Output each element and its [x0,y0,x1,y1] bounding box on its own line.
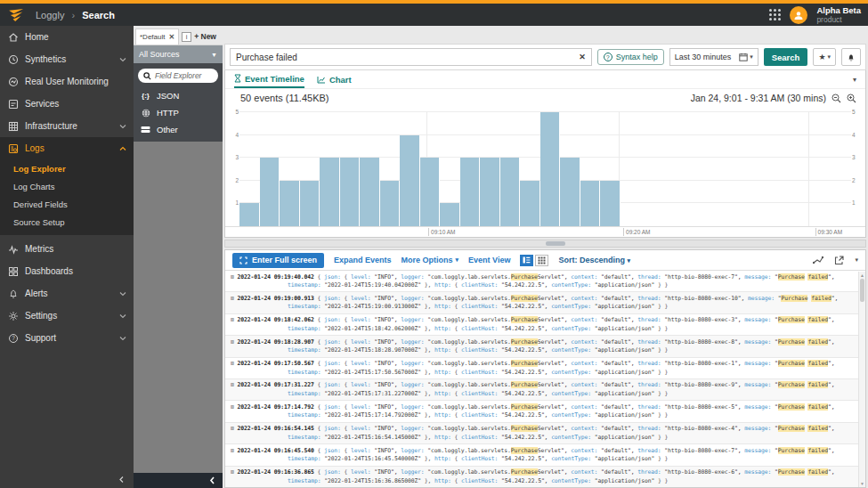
field-explorer-input[interactable]: Field Explorer [138,69,218,83]
field-type-json[interactable]: {:} JSON [138,87,218,104]
export-icon[interactable] [834,256,844,265]
sidebar-item-infrastructure[interactable]: Infrastructure [0,115,134,137]
expand-row-icon[interactable]: ⊞ [231,273,238,281]
enter-fullscreen-button[interactable]: Enter Full screen [232,253,324,268]
expand-row-icon[interactable]: ⊞ [231,360,238,367]
sidebar-item-home[interactable]: Home [0,26,134,48]
sidebar-item-log-explorer[interactable]: Log Explorer [0,159,134,177]
sidebar-item-alerts[interactable]: Alerts [0,282,134,305]
histogram-bar[interactable] [260,158,280,226]
info-icon[interactable]: i [182,32,191,42]
expand-row-icon[interactable]: ⊞ [231,295,238,302]
event-timeline-chart[interactable]: 1122334455 [225,110,865,226]
histogram-bar[interactable] [400,135,420,226]
zoom-out-icon[interactable] [831,94,841,103]
expand-events-link[interactable]: Expand Events [334,256,392,264]
sidebar-item-services[interactable]: Services [0,93,134,115]
log-row[interactable]: ⊞ 2022-01-24 09:17:50.567 { json: { leve… [225,358,865,379]
histogram-bar[interactable] [360,158,380,226]
log-row[interactable]: ⊞ 2022-01-24 09:18:42.062 { json: { leve… [225,314,865,336]
clear-search-icon[interactable]: ✕ [579,53,586,61]
sidebar-item-source-setup[interactable]: Source Setup [0,213,134,231]
scrollbar-handle[interactable] [860,279,864,302]
histogram-bar[interactable] [580,181,601,226]
time-range-picker[interactable]: Last 30 minutes ▾ [669,48,758,66]
grid-view-toggle[interactable] [535,255,548,266]
sidebar-item-metrics[interactable]: Metrics [0,238,134,260]
chart-horizontal-scrollbar[interactable] [224,240,866,248]
close-icon[interactable]: ✕ [168,33,174,41]
saved-searches-button[interactable]: ★ ▾ [813,48,836,66]
sidebar-item-logs[interactable]: Logs [0,137,134,159]
expand-row-icon[interactable]: ⊞ [231,447,238,454]
expand-row-icon[interactable]: ⊞ [231,425,238,432]
expand-row-icon[interactable]: ⊞ [231,338,238,346]
tab-event-timeline[interactable]: Event Timeline [234,70,304,88]
sidebar-item-support[interactable]: ? Support [0,327,134,349]
expand-row-icon[interactable]: ⊞ [231,468,238,476]
histogram-bar[interactable] [340,158,361,226]
histogram-bar[interactable] [460,158,481,226]
collapse-panel-icon[interactable]: ▾ [853,76,856,84]
histogram-bar[interactable] [239,203,260,226]
chevron-up-icon [119,143,126,153]
sidebar-collapse[interactable] [0,470,134,488]
log-row[interactable]: ⊞ 2022-01-24 09:18:28.907 { json: { leve… [225,336,865,357]
log-vertical-scrollbar[interactable]: ▲ ▼ [858,272,865,487]
scrollbar-handle[interactable] [546,241,565,246]
sidebar-item-dashboards[interactable]: Dashboards [0,260,134,282]
scroll-up-arrow[interactable]: ▲ [860,272,864,278]
histogram-bar[interactable] [300,181,320,226]
chevron-down-icon[interactable]: ▾ [855,256,858,264]
tab-default[interactable]: *Default ✕ [135,28,179,45]
expand-row-icon[interactable]: ⊞ [231,316,238,323]
log-row[interactable]: ⊞ 2022-01-24 09:16:36.865 { json: { leve… [225,467,865,487]
event-view-link[interactable]: Event View [468,256,510,264]
histogram-bar[interactable] [540,112,561,226]
histogram-bar[interactable] [280,181,300,226]
avatar[interactable] [790,6,807,24]
expand-row-icon[interactable]: ⊞ [231,403,238,411]
sidebar-item-real-user-monitoring[interactable]: Real User Monitoring [0,70,134,93]
histogram-bar[interactable] [560,158,580,226]
app-switcher-icon[interactable] [769,9,781,20]
log-row[interactable]: ⊞ 2022-01-24 09:16:54.145 { json: { leve… [225,423,865,444]
sources-dropdown[interactable]: All Sources ▼ [134,45,223,63]
sidebar-item-synthetics[interactable]: Synthetics [0,48,134,70]
histogram-bar[interactable] [440,203,460,226]
new-tab-button[interactable]: + New [194,32,216,41]
histogram-bar[interactable] [500,158,521,226]
expand-row-icon[interactable]: ⊞ [231,381,238,388]
histogram-bar[interactable] [480,158,500,226]
log-row[interactable]: ⊞ 2022-01-24 09:16:45.540 { json: { leve… [225,444,865,466]
zoom-in-icon[interactable] [847,94,856,103]
log-row[interactable]: ⊞ 2022-01-24 09:17:14.792 { json: { leve… [225,401,865,422]
scroll-down-arrow[interactable]: ▼ [860,481,864,486]
sort-dropdown[interactable]: Sort: Descending ▾ [558,256,630,264]
sidebar-item-log-charts[interactable]: Log Charts [0,177,134,195]
account-info[interactable]: Alpha Beta product [816,6,861,24]
histogram-bar[interactable] [520,181,540,226]
search-button[interactable]: Search [764,48,808,66]
more-options-link[interactable]: More Options ▾ [402,256,459,264]
json-icon: {:} [140,92,151,100]
field-type-other[interactable]: Other [138,121,218,138]
sidebar-item-settings[interactable]: Settings [0,305,134,327]
log-row[interactable]: ⊞ 2022-01-24 09:19:40.042 { json: { leve… [225,271,865,292]
tab-chart[interactable]: Chart [317,70,352,88]
breadcrumb-brand[interactable]: Loggly [36,10,64,20]
sidebar-item-derived-fields[interactable]: Derived Fields [0,195,134,213]
histogram-bar[interactable] [600,181,621,226]
list-view-toggle[interactable] [520,255,533,266]
log-row[interactable]: ⊞ 2022-01-24 09:19:00.913 { json: { leve… [225,292,865,313]
syntax-help-button[interactable]: ? Syntax help [597,49,664,65]
histogram-bar[interactable] [380,181,401,226]
log-row[interactable]: ⊞ 2022-01-24 09:17:31.227 { json: { leve… [225,379,865,401]
histogram-bar[interactable] [420,158,441,226]
panel-collapse[interactable] [134,473,223,488]
share-icon[interactable] [813,256,823,265]
histogram-bar[interactable] [320,158,340,226]
alerts-button[interactable] [841,48,861,66]
search-input[interactable]: Purchase failed ✕ [230,48,592,66]
field-type-http[interactable]: HTTP [138,104,218,121]
